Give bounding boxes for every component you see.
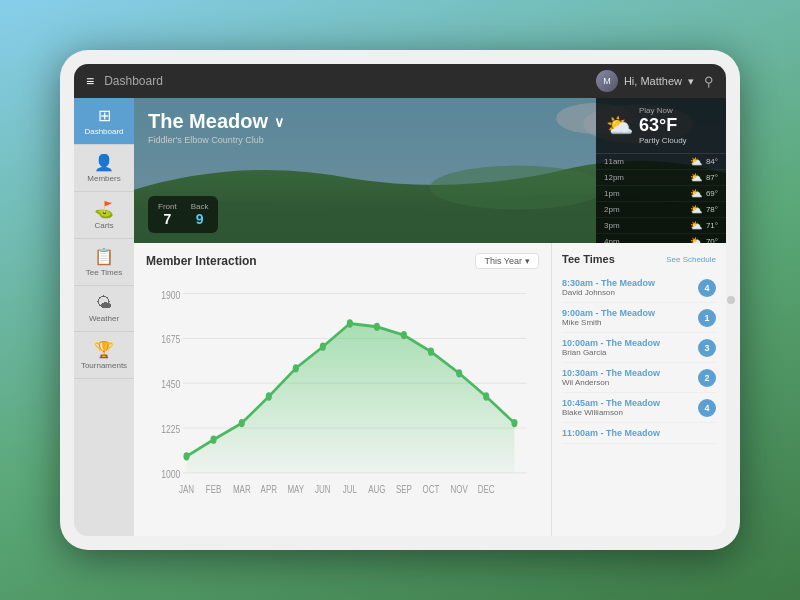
tablet-screen: ≡ Dashboard M Hi, Matthew ▾ ⚲ ⊞ Dashboar… (74, 64, 726, 536)
forecast-row: 2pm ⛅ 78° (596, 202, 726, 218)
svg-point-21 (347, 319, 353, 327)
forecast-icon: ⛅ (690, 204, 702, 215)
tee-item-info: 10:30am - The Meadow Wil Anderson (562, 368, 692, 387)
filter-chevron-icon: ▾ (525, 256, 530, 266)
course-dropdown-icon: ∨ (274, 114, 284, 130)
svg-point-20 (320, 343, 326, 351)
tee-member-name: Brian Garcia (562, 348, 692, 357)
tee-time-item[interactable]: 8:30am - The Meadow David Johnson 4 (562, 273, 716, 303)
tee-times-section: Tee Times See Schedule 8:30am - The Mead… (551, 243, 726, 536)
tee-time-item[interactable]: 11:00am - The Meadow (562, 423, 716, 444)
sidebar-item-members[interactable]: 👤 Members (74, 145, 134, 192)
username-label: Hi, Matthew (624, 75, 682, 87)
svg-text:DEC: DEC (478, 483, 495, 496)
sidebar: ⊞ Dashboard 👤 Members ⛳ Carts 📋 Tee Time… (74, 98, 134, 536)
sidebar-label-members: Members (87, 174, 120, 183)
sidebar-item-dashboard[interactable]: ⊞ Dashboard (74, 98, 134, 145)
tee-member-name: David Johnson (562, 288, 692, 297)
forecast-row: 4pm ⛅ 70° (596, 234, 726, 243)
user-area: M Hi, Matthew ▾ (596, 70, 694, 92)
forecast-temp: 87° (706, 173, 718, 182)
dashboard-icon: ⊞ (98, 106, 111, 125)
svg-point-26 (483, 392, 489, 400)
forecast-row: 3pm ⛅ 71° (596, 218, 726, 234)
carts-icon: ⛳ (94, 200, 114, 219)
weather-icon: 🌤 (96, 294, 112, 312)
forecast-time: 11am (604, 157, 686, 166)
sidebar-label-carts: Carts (94, 221, 113, 230)
score-box: Front 7 Back 9 (148, 196, 218, 233)
svg-text:NOV: NOV (451, 483, 469, 496)
hero-section: The Meadow ∨ Fiddler's Elbow Country Clu… (134, 98, 726, 243)
svg-point-17 (239, 419, 245, 427)
forecast-time: 2pm (604, 205, 686, 214)
tee-item-info: 9:00am - The Meadow Mike Smith (562, 308, 692, 327)
forecast-time: 12pm (604, 173, 686, 182)
front-value: 7 (158, 211, 177, 227)
forecast-time: 4pm (604, 237, 686, 243)
main-content: ⊞ Dashboard 👤 Members ⛳ Carts 📋 Tee Time… (74, 98, 726, 536)
svg-point-25 (456, 369, 462, 377)
tee-member-name: Wil Anderson (562, 378, 692, 387)
forecast-icon: ⛅ (690, 156, 702, 167)
search-icon[interactable]: ⚲ (704, 74, 714, 89)
sidebar-item-teetimes[interactable]: 📋 Tee Times (74, 239, 134, 286)
forecast-icon: ⛅ (690, 188, 702, 199)
chart-svg: 1900 1675 1450 1225 1000 (146, 277, 539, 526)
forecast-icon: ⛅ (690, 172, 702, 183)
tee-time-item[interactable]: 10:00am - The Meadow Brian Garcia 3 (562, 333, 716, 363)
see-schedule-link[interactable]: See Schedule (666, 255, 716, 264)
filter-label: This Year (484, 256, 522, 266)
sidebar-label-tournaments: Tournaments (81, 361, 127, 370)
user-chevron-icon: ▾ (688, 75, 694, 88)
forecast-temp: 69° (706, 189, 718, 198)
forecast-time: 1pm (604, 189, 686, 198)
tablet-shell: ≡ Dashboard M Hi, Matthew ▾ ⚲ ⊞ Dashboar… (60, 50, 740, 550)
page-title: Dashboard (104, 74, 586, 88)
home-button[interactable] (727, 296, 735, 304)
sidebar-item-tournaments[interactable]: 🏆 Tournaments (74, 332, 134, 379)
chart-filter-button[interactable]: This Year ▾ (475, 253, 539, 269)
tee-time-link: 10:45am - The Meadow (562, 398, 692, 408)
forecast-row: 12pm ⛅ 87° (596, 170, 726, 186)
chart-title: Member Interaction (146, 254, 257, 268)
svg-point-19 (293, 364, 299, 372)
svg-text:APR: APR (261, 483, 278, 496)
sidebar-item-weather[interactable]: 🌤 Weather (74, 286, 134, 332)
svg-point-15 (183, 452, 189, 460)
tee-count-badge: 1 (698, 309, 716, 327)
tee-time-item[interactable]: 9:00am - The Meadow Mike Smith 1 (562, 303, 716, 333)
forecast-row: 11am ⛅ 84° (596, 154, 726, 170)
tee-items-list: 8:30am - The Meadow David Johnson 4 9:00… (562, 273, 716, 444)
sidebar-label-teetimes: Tee Times (86, 268, 122, 277)
tee-item-info: 10:00am - The Meadow Brian Garcia (562, 338, 692, 357)
tee-time-link: 8:30am - The Meadow (562, 278, 692, 288)
chart-section: Member Interaction This Year ▾ (134, 243, 551, 536)
sidebar-item-carts[interactable]: ⛳ Carts (74, 192, 134, 239)
svg-point-18 (266, 392, 272, 400)
svg-point-22 (374, 323, 380, 331)
svg-text:SEP: SEP (396, 483, 412, 496)
forecast-icon: ⛅ (690, 220, 702, 231)
lower-section: Member Interaction This Year ▾ (134, 243, 726, 536)
svg-text:MAY: MAY (287, 483, 304, 496)
weather-current-icon: ⛅ (606, 113, 633, 139)
tee-count-badge: 3 (698, 339, 716, 357)
tee-count-badge: 4 (698, 399, 716, 417)
tee-item-info: 8:30am - The Meadow David Johnson (562, 278, 692, 297)
hamburger-icon[interactable]: ≡ (86, 73, 94, 89)
svg-text:1450: 1450 (161, 378, 180, 391)
top-bar: ≡ Dashboard M Hi, Matthew ▾ ⚲ (74, 64, 726, 98)
svg-text:1675: 1675 (161, 333, 180, 346)
teetimes-icon: 📋 (94, 247, 114, 266)
tee-time-item[interactable]: 10:45am - The Meadow Blake Williamson 4 (562, 393, 716, 423)
forecast-icon: ⛅ (690, 236, 702, 243)
tee-time-item[interactable]: 10:30am - The Meadow Wil Anderson 2 (562, 363, 716, 393)
avatar: M (596, 70, 618, 92)
svg-text:MAR: MAR (233, 483, 251, 496)
back-label: Back (191, 202, 209, 211)
svg-text:JUN: JUN (315, 483, 331, 496)
forecast-temp: 78° (706, 205, 718, 214)
current-temp: 63°F (639, 115, 687, 136)
svg-text:JUL: JUL (343, 483, 357, 496)
